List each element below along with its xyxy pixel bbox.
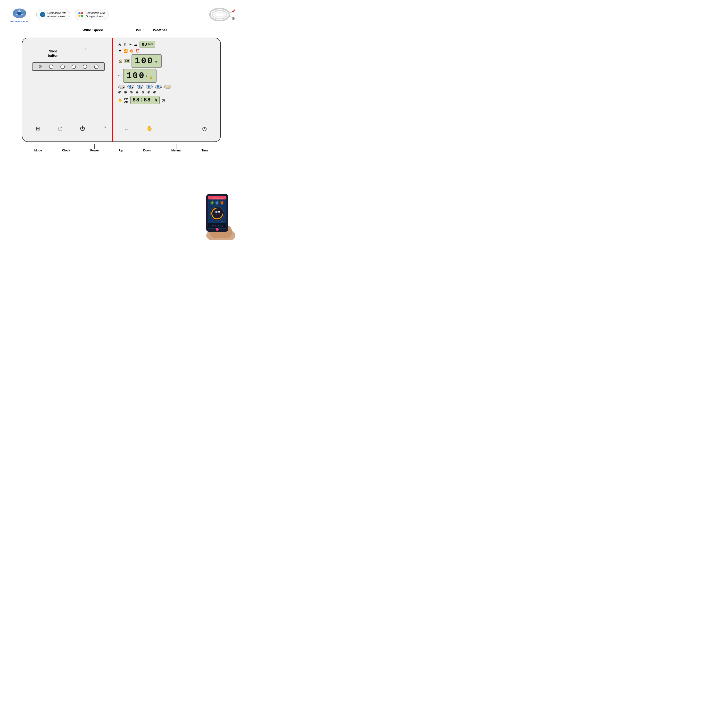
wifi-icon: 📶 bbox=[124, 49, 128, 53]
alexa-icon: ○ bbox=[40, 12, 45, 17]
wind-speed-label: Wind Speed bbox=[83, 28, 103, 32]
week-1: ① bbox=[118, 90, 121, 94]
cloud-icon: ☁ bbox=[134, 42, 138, 47]
clock-button[interactable]: ◷ bbox=[58, 125, 63, 132]
svg-text:Schedule Setting: Schedule Setting bbox=[212, 225, 223, 226]
period-3: 👤₃ bbox=[137, 85, 144, 89]
room-temp-display: 100 °F bbox=[132, 54, 162, 68]
mode-button[interactable]: ⊞ bbox=[36, 125, 40, 132]
power-button[interactable]: ⏻ bbox=[80, 125, 85, 132]
week-2: ② bbox=[124, 90, 127, 94]
time-label: Time bbox=[202, 149, 208, 152]
slide-btn-1[interactable] bbox=[49, 64, 54, 69]
svg-point-23 bbox=[216, 202, 219, 204]
up-line bbox=[121, 144, 121, 149]
slide-btn-5[interactable] bbox=[94, 64, 98, 69]
room-temp-unit: °F bbox=[154, 60, 158, 64]
period-1: 🏠₁ bbox=[118, 85, 125, 89]
mode-label: Mode bbox=[34, 149, 42, 152]
device-container: Slidebutton ⚙ ⊞ bbox=[22, 38, 221, 142]
rain-icon: 🌧 bbox=[118, 49, 122, 53]
mode-line bbox=[38, 144, 38, 149]
slide-bracket bbox=[37, 48, 86, 50]
week-7: ⑦ bbox=[153, 90, 156, 94]
red-line-indicator bbox=[112, 38, 113, 141]
down-label: Down bbox=[143, 149, 151, 152]
room-temp-row: 🏠 Set 100 °F bbox=[118, 54, 217, 68]
top-labels: Wind Speed WiFi Weather bbox=[22, 28, 221, 38]
svg-point-9 bbox=[232, 11, 234, 12]
up-button[interactable]: ⌃ bbox=[102, 125, 107, 132]
clock-label-group: Clock bbox=[62, 144, 70, 152]
clock-unit: h bbox=[154, 98, 158, 102]
set-temp-display: 100 ° 🔒 bbox=[123, 69, 156, 83]
bottom-labels-row: Mode Clock Power Up Down Manual bbox=[22, 144, 221, 152]
logo-area: HESSWAY SMART bbox=[7, 7, 32, 22]
top-section: HESSWAY SMART ○ Compatible with amazon a… bbox=[0, 0, 243, 27]
google-badge: Compatible with Google Home bbox=[75, 9, 108, 20]
set-label: Set bbox=[124, 59, 130, 63]
phone-image: Face Thermostat 20.0 °C 17°C 25°C Schedu… bbox=[197, 192, 238, 240]
period-row: 🏠₁ 👤₂ 👤₃ 👤₄ 👤₅ 🌙₆ bbox=[118, 85, 217, 89]
alexa-badge: ○ Compatible with amazon alexa bbox=[37, 9, 70, 20]
clock-display: 88:88 h bbox=[130, 96, 160, 104]
humidity-display: 88 %RH bbox=[139, 41, 155, 48]
slide-btn-3[interactable] bbox=[72, 64, 76, 69]
clock-circle-icon: ◷ bbox=[162, 98, 165, 103]
lcd-area: ≋ ❄ ☀ ☁ 88 %RH 🌧 📶 🔥 ⏰ bbox=[118, 41, 217, 128]
brand-logo bbox=[11, 7, 28, 20]
down-line bbox=[147, 144, 147, 149]
room-temp-value: 100 bbox=[135, 56, 154, 66]
svg-text:°C: °C bbox=[216, 214, 218, 216]
pm-am-label: PMAM bbox=[124, 97, 128, 103]
mode-label-group: Mode bbox=[34, 144, 42, 152]
wind-icon: ≋ bbox=[118, 42, 121, 47]
clock-row: ✋ PMAM 88:88 h ◷ bbox=[118, 96, 217, 104]
week-3: ③ bbox=[130, 90, 133, 94]
floor-icon: 〰 bbox=[118, 74, 122, 78]
svg-point-6 bbox=[215, 12, 225, 17]
humidity-value: 88 bbox=[142, 42, 147, 47]
slide-button-label: Slidebutton bbox=[48, 49, 58, 58]
middle-icons-row: 🌧 📶 🔥 ⏰ bbox=[118, 49, 217, 53]
google-badge-text: Compatible with Google Home bbox=[86, 11, 105, 18]
clock-bottom-label: Clock bbox=[62, 149, 70, 152]
slide-btn-2[interactable] bbox=[60, 64, 65, 69]
svg-point-21 bbox=[211, 202, 214, 204]
page-wrapper: HESSWAY SMART ○ Compatible with amazon a… bbox=[0, 0, 243, 243]
weather-label: Weather bbox=[153, 28, 167, 32]
manual-label-group: Manual bbox=[171, 144, 181, 152]
svg-rect-35 bbox=[214, 228, 221, 228]
set-temp-unit: ° bbox=[146, 75, 148, 79]
alarm-icon: ⏰ bbox=[136, 49, 140, 53]
power-label: Power bbox=[90, 149, 99, 152]
svg-rect-11 bbox=[232, 17, 234, 20]
period-4: 👤₄ bbox=[146, 85, 153, 89]
device-box: Slidebutton ⚙ ⊞ bbox=[22, 38, 221, 142]
time-label-group: Time bbox=[202, 144, 208, 152]
up-label: Up bbox=[119, 149, 123, 152]
brand-name: HESSWAY SMART bbox=[11, 21, 28, 22]
slide-btn-4[interactable] bbox=[83, 64, 87, 69]
svg-point-26 bbox=[210, 207, 224, 220]
phone-section: Face Thermostat 20.0 °C 17°C 25°C Schedu… bbox=[197, 192, 238, 240]
lock-icon: 🔒 bbox=[150, 75, 153, 79]
week-5: ⑤ bbox=[141, 90, 144, 94]
person-icon: 🏠 bbox=[118, 59, 122, 63]
power-icon: ⏻ bbox=[80, 125, 85, 132]
up-label-group: Up bbox=[119, 144, 123, 152]
wifi-label: WiFi bbox=[136, 28, 144, 32]
week-row: ① ② ③ ④ ⑤ ⑥ ⑦ bbox=[118, 90, 217, 94]
google-icon bbox=[78, 12, 84, 17]
cable-image bbox=[206, 5, 236, 24]
set-temp-value: 100 bbox=[127, 71, 145, 81]
period-2: 👤₂ bbox=[127, 85, 134, 89]
clock-line bbox=[66, 144, 66, 149]
svg-point-8 bbox=[234, 9, 235, 11]
mode-icon: ⊞ bbox=[36, 125, 40, 132]
power-label-group: Power bbox=[90, 144, 99, 152]
hand-icon: ✋ bbox=[118, 98, 122, 102]
alexa-badge-text: Compatible with amazon alexa bbox=[47, 11, 66, 18]
period-5: 👤₅ bbox=[155, 85, 162, 89]
set-temp-row: 〰 100 ° 🔒 bbox=[118, 69, 217, 83]
